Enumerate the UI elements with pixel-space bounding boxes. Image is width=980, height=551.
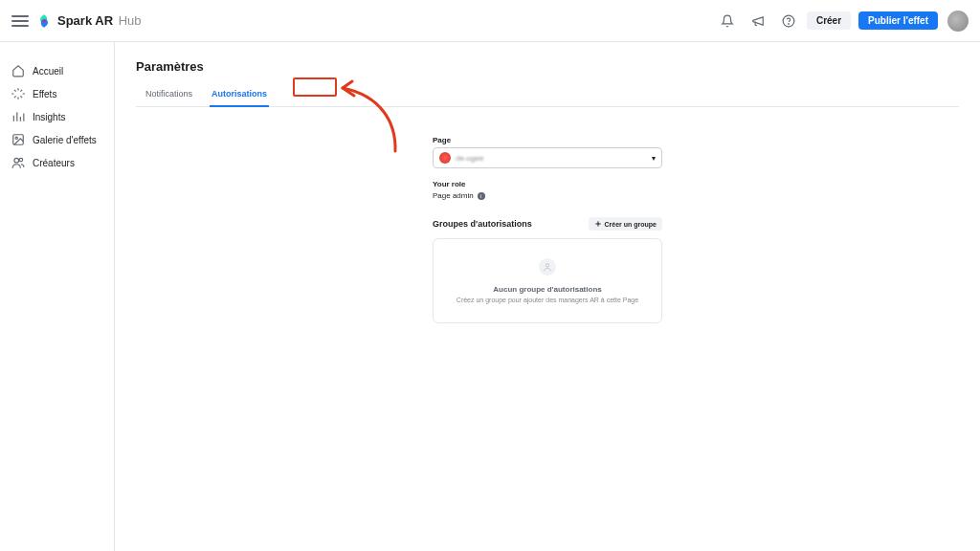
notifications-icon[interactable] — [717, 11, 738, 32]
spark-ar-logo-icon — [36, 13, 52, 29]
create-group-button[interactable]: Créer un groupe — [589, 217, 662, 231]
info-icon[interactable]: i — [478, 192, 485, 200]
page-field-label: Page — [433, 136, 662, 144]
image-icon — [11, 133, 25, 146]
tab-notifications[interactable]: Notifications — [136, 83, 202, 106]
users-icon — [11, 156, 25, 169]
sidebar-item-home[interactable]: Accueil — [0, 59, 114, 82]
sidebar-item-label: Accueil — [33, 66, 63, 77]
sparkle-icon — [11, 87, 25, 100]
empty-users-icon — [539, 258, 556, 276]
empty-state-subtitle: Créez un groupe pour ajouter des manager… — [457, 297, 638, 303]
settings-tabs: Notifications Autorisations — [136, 83, 959, 107]
page-title: Paramètres — [136, 59, 959, 74]
svg-point-4 — [14, 158, 19, 163]
svg-point-5 — [19, 158, 23, 162]
create-button[interactable]: Créer — [807, 11, 851, 30]
page-select-value: de-ogee — [456, 154, 483, 163]
left-sidebar: Accueil Effets Insights Galerie d'effets… — [0, 42, 115, 551]
app-name: Spark AR — [57, 13, 113, 28]
bar-chart-icon — [11, 110, 25, 123]
sidebar-item-label: Créateurs — [33, 158, 75, 168]
role-value-text: Page admin — [433, 191, 474, 200]
permissions-panel: Page de-ogee ▾ Your role Page admin i Gr… — [433, 136, 662, 323]
svg-point-3 — [15, 137, 17, 139]
app-logo[interactable]: Spark AR Hub — [36, 13, 142, 29]
megaphone-icon[interactable] — [747, 11, 768, 32]
empty-state-title: Aucun groupe d'autorisations — [493, 285, 601, 294]
sidebar-item-label: Insights — [33, 112, 65, 122]
sidebar-item-insights[interactable]: Insights — [0, 105, 114, 128]
sidebar-item-label: Effets — [33, 89, 56, 99]
user-avatar[interactable] — [947, 11, 969, 32]
top-bar: Spark AR Hub Créer Publier l'effet — [0, 0, 980, 42]
plus-icon — [594, 220, 602, 228]
role-value: Page admin i — [433, 191, 662, 200]
sidebar-item-creators[interactable]: Créateurs — [0, 151, 114, 174]
app-suffix: Hub — [119, 13, 142, 28]
publish-effect-button[interactable]: Publier l'effet — [858, 11, 938, 30]
help-icon[interactable] — [778, 11, 799, 32]
create-group-label: Créer un groupe — [605, 221, 657, 228]
page-avatar-icon — [439, 152, 451, 164]
hamburger-menu-button[interactable] — [11, 12, 29, 30]
main-content: Paramètres Notifications Autorisations P… — [115, 42, 980, 551]
empty-groups-card: Aucun groupe d'autorisations Créez un gr… — [433, 238, 662, 323]
page-select[interactable]: de-ogee ▾ — [433, 147, 662, 168]
groups-title: Groupes d'autorisations — [433, 219, 532, 229]
sidebar-item-gallery[interactable]: Galerie d'effets — [0, 128, 114, 151]
sidebar-item-label: Galerie d'effets — [33, 135, 97, 145]
sidebar-item-effects[interactable]: Effets — [0, 82, 114, 105]
tab-authorizations[interactable]: Autorisations — [202, 83, 277, 106]
home-icon — [11, 64, 25, 77]
role-label: Your role — [433, 180, 662, 188]
svg-point-6 — [546, 264, 548, 267]
svg-point-1 — [789, 23, 790, 24]
chevron-down-icon: ▾ — [652, 154, 656, 163]
